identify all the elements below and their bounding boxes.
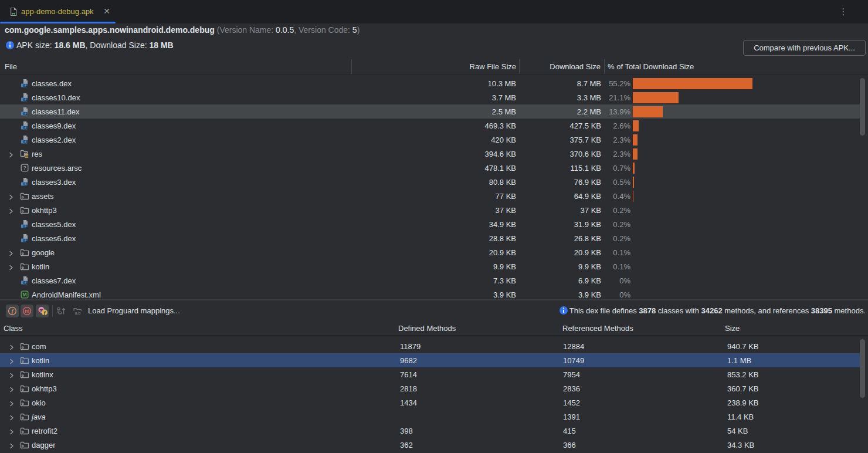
- abbreviate-package-names-icon[interactable]: a.b: [73, 306, 83, 316]
- file-name: classes2.dex: [32, 133, 76, 147]
- file-row-google[interactable]: google20.9 KB20.9 KB0.1%: [0, 245, 860, 259]
- class-table-body: com1187912884940.7 KB kotlin9682107491.1…: [0, 337, 868, 453]
- file-name: classes3.dex: [32, 175, 76, 189]
- manifest-icon: M: [20, 290, 29, 299]
- file-name: res: [32, 147, 42, 161]
- file-name: classes.dex: [32, 76, 72, 90]
- file-row-classes.dex[interactable]: 01 classes.dex10.3 MB8.7 MB55.2%: [0, 76, 860, 90]
- class-size: 11.4 KB: [727, 410, 754, 424]
- column-header-size[interactable]: Size: [725, 320, 740, 336]
- chevron-right-icon[interactable]: [9, 428, 15, 434]
- chevron-right-icon[interactable]: [8, 249, 14, 255]
- package-icon: [20, 398, 29, 407]
- dex-icon: 01: [20, 219, 29, 229]
- tab-app-demo-debug-apk[interactable]: app-demo-debug.apk ✕: [0, 0, 116, 23]
- class-row-okhttp3[interactable]: okhttp328182836360.7 KB: [0, 381, 860, 395]
- file-row-assets[interactable]: assets77 KB64.9 KB0.4%: [0, 189, 860, 203]
- pct-of-total: 2.6%: [586, 119, 630, 133]
- file-name: kotlin: [32, 259, 49, 273]
- column-header-download-size[interactable]: Download Size: [517, 59, 601, 74]
- class-row-com[interactable]: com1187912884940.7 KB: [0, 339, 860, 353]
- folder-icon: [20, 248, 29, 257]
- column-header-raw-file-size[interactable]: Raw File Size: [399, 59, 516, 74]
- raw-file-size: 3.9 KB: [399, 288, 516, 300]
- svg-text:01: 01: [23, 280, 28, 285]
- class-row-retrofit2[interactable]: retrofit239841554 KB: [0, 424, 860, 438]
- compare-with-previous-apk-button[interactable]: Compare with previous APK...: [743, 40, 866, 56]
- chevron-right-icon[interactable]: [9, 357, 15, 363]
- class-row-kotlin[interactable]: kotlin9682107491.1 MB: [0, 353, 860, 367]
- file-name: AndroidManifest.xml: [32, 288, 101, 300]
- file-name: assets: [32, 189, 54, 203]
- file-row-resources.arsc[interactable]: ? resources.arsc478.1 KB115.1 KB0.7%: [0, 161, 860, 175]
- file-row-okhttp3[interactable]: okhttp337 KB37 KB0.2%: [0, 203, 860, 217]
- tab-close-icon[interactable]: ✕: [101, 0, 113, 22]
- file-table-scrollbar[interactable]: [860, 78, 865, 136]
- file-row-kotlin[interactable]: kotlin9.9 KB9.9 KB0.1%: [0, 259, 860, 273]
- chevron-right-icon[interactable]: [9, 371, 15, 377]
- expand-tree-icon[interactable]: [56, 306, 66, 316]
- show-methods-button[interactable]: m: [21, 305, 33, 317]
- pct-of-total: 0.2%: [586, 231, 630, 245]
- download-size-bar: [633, 92, 679, 103]
- file-name: classes6.dex: [32, 231, 76, 245]
- chevron-right-icon[interactable]: [8, 207, 14, 213]
- dex-icon: 01: [20, 135, 29, 144]
- load-proguard-mappings-link[interactable]: Load Proguard mappings...: [88, 300, 180, 320]
- file-row-AndroidManifest.xml[interactable]: M AndroidManifest.xml3.9 KB3.9 KB0%: [0, 288, 860, 300]
- chevron-right-icon[interactable]: [8, 151, 14, 157]
- file-row-classes10.dex[interactable]: 01 classes10.dex3.7 MB3.3 MB21.1%: [0, 90, 860, 104]
- tab-title: app-demo-debug.apk: [21, 0, 94, 22]
- pct-of-total: 0%: [586, 288, 630, 300]
- referenced-methods: 415: [563, 424, 576, 438]
- svg-text:01: 01: [23, 83, 28, 87]
- class-name: kotlin: [32, 353, 49, 367]
- svg-text:01: 01: [23, 224, 28, 228]
- chevron-right-icon[interactable]: [9, 414, 15, 420]
- file-row-res[interactable]: res394.6 KB370.6 KB2.3%: [0, 147, 860, 161]
- show-fields-button[interactable]: f: [6, 305, 19, 317]
- column-header-file[interactable]: File: [5, 59, 17, 74]
- class-table-scrollbar[interactable]: [860, 339, 865, 398]
- file-row-classes7.dex[interactable]: 01 classes7.dex7.3 KB6.9 KB0%: [0, 273, 860, 288]
- column-header-pct-of-total-download-size[interactable]: % of Total Download Size: [608, 59, 694, 74]
- chevron-right-icon[interactable]: [9, 442, 15, 448]
- column-divider: [604, 59, 605, 74]
- defined-methods: 362: [400, 438, 413, 452]
- file-table-header: File Raw File Size Download Size % of To…: [0, 59, 868, 75]
- file-row-classes6.dex[interactable]: 01 classes6.dex28.8 KB26.8 KB0.2%: [0, 231, 860, 245]
- class-row-java[interactable]: java139111.4 KB: [0, 410, 860, 424]
- column-header-referenced-methods[interactable]: Referenced Methods: [562, 320, 633, 336]
- chevron-right-icon[interactable]: [9, 343, 15, 349]
- folder-icon: [20, 262, 29, 271]
- download-size-bar: [633, 106, 663, 117]
- svg-text:01: 01: [23, 182, 28, 186]
- chevron-right-icon[interactable]: [9, 400, 15, 405]
- file-name: okhttp3: [32, 203, 57, 217]
- svg-text:f: f: [12, 309, 14, 315]
- text-run: APK size:: [16, 40, 55, 50]
- editor-options-kebab-icon[interactable]: ⋮: [835, 0, 852, 23]
- file-row-classes9.dex[interactable]: 01 classes9.dex469.3 KB427.5 KB2.6%: [0, 119, 860, 133]
- chevron-right-icon[interactable]: [8, 263, 14, 269]
- file-row-classes5.dex[interactable]: 01 classes5.dex34.9 KB31.9 KB0.2%: [0, 217, 860, 231]
- file-row-classes3.dex[interactable]: 01 classes3.dex80.8 KB76.9 KB0.5%: [0, 175, 860, 189]
- class-row-kotlinx[interactable]: kotlinx76147954853.2 KB: [0, 367, 860, 381]
- class-name: okio: [32, 395, 46, 410]
- file-row-classes11.dex[interactable]: 01 classes11.dex2.5 MB2.2 MB13.9%: [0, 104, 860, 119]
- file-row-classes2.dex[interactable]: 01 classes2.dex420 KB375.7 KB2.3%: [0, 133, 860, 147]
- column-header-class[interactable]: Class: [4, 320, 23, 336]
- method-icon: m: [22, 306, 32, 316]
- show-all-referenced-methods-button[interactable]: m f: [36, 305, 49, 317]
- referenced-methods: 366: [563, 438, 576, 452]
- text-run: 34262: [701, 306, 723, 315]
- pct-of-total: 0%: [586, 273, 630, 288]
- raw-file-size: 34.9 KB: [399, 217, 516, 231]
- download-size-bar: [633, 134, 638, 146]
- column-header-defined-methods[interactable]: Defined Methods: [398, 320, 456, 336]
- chevron-right-icon[interactable]: [9, 386, 15, 391]
- chevron-right-icon[interactable]: [8, 193, 14, 199]
- class-row-dagger[interactable]: dagger36236634.3 KB: [0, 438, 860, 452]
- raw-file-size: 478.1 KB: [399, 161, 516, 175]
- class-row-okio[interactable]: okio14341452238.9 KB: [0, 395, 860, 410]
